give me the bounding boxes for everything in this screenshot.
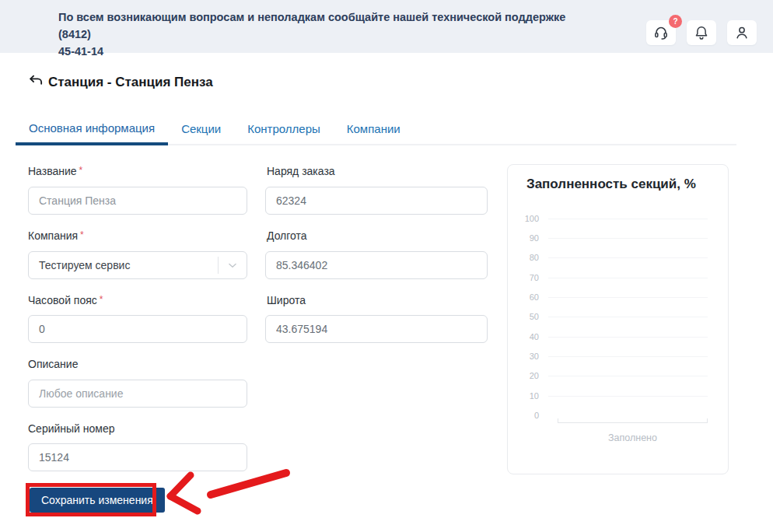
sections-fill-chart-card: Заполненность секций, % 100 90 80 70 60 … (507, 164, 729, 474)
y-tick-label: 50 (517, 312, 548, 321)
person-icon (733, 24, 750, 41)
y-tick-label: 60 (517, 292, 548, 302)
description-input[interactable] (28, 380, 247, 408)
company-select[interactable]: Тестируем сервис (28, 251, 247, 279)
gridline (548, 317, 708, 317)
gridline (548, 238, 708, 239)
page-title: Станция - Станция Пенза (48, 75, 213, 90)
profile-button[interactable] (727, 20, 757, 45)
annotation-arrow (159, 463, 354, 525)
gridline (548, 219, 708, 219)
description-label: Описание (28, 358, 78, 370)
company-label: Компания* (28, 229, 84, 242)
gridline (548, 396, 708, 397)
latitude-input[interactable] (265, 315, 488, 343)
required-marker: * (80, 229, 84, 240)
chart-title: Заполненность секций, % (526, 177, 696, 192)
required-marker: * (79, 165, 83, 176)
tab-companies[interactable]: Компании (334, 115, 414, 145)
save-changes-button[interactable]: Сохранить изменения (30, 488, 165, 513)
y-tick-label: 80 (517, 253, 548, 262)
bell-icon (693, 24, 710, 41)
tab-sections[interactable]: Секции (168, 115, 234, 145)
gridline (548, 337, 708, 338)
order-input[interactable] (265, 187, 488, 215)
gridline (548, 257, 708, 258)
y-tick-label: 30 (517, 352, 548, 361)
chart-plot: 100 90 80 70 60 50 40 30 20 10 0 Заполне… (517, 212, 708, 446)
gridline (548, 376, 708, 376)
y-tick-row: 10 (517, 390, 708, 402)
gridline (548, 278, 708, 278)
serial-input[interactable] (28, 443, 247, 471)
page-title-row: Станция - Станция Пенза (26, 72, 213, 93)
chevron-down-icon (219, 260, 247, 271)
name-input[interactable] (28, 187, 247, 215)
serial-label: Серийный номер (28, 422, 115, 435)
y-tick-label: 70 (517, 273, 548, 282)
y-tick-label: 10 (517, 391, 548, 401)
tab-controllers[interactable]: Контроллеры (234, 115, 334, 145)
x-axis-line (558, 418, 708, 423)
support-banner: По всем возникающим вопросам и неполадка… (0, 0, 773, 53)
y-tick-row: 80 (517, 251, 708, 264)
gridline (548, 297, 708, 298)
latitude-label: Широта (267, 294, 306, 306)
y-tick-row: 30 (517, 350, 708, 362)
gridline (548, 356, 708, 357)
y-tick-row: 40 (517, 331, 708, 343)
timezone-label: Часовой пояс* (28, 294, 103, 306)
station-edit-page: По всем возникающим вопросам и неполадка… (0, 0, 773, 532)
support-text-line1: По всем возникающим вопросам и неполадка… (58, 9, 595, 43)
y-tick-label: 40 (517, 332, 548, 341)
y-tick-label: 90 (517, 233, 548, 243)
y-tick-label: 20 (517, 371, 548, 380)
support-text: По всем возникающим вопросам и неполадка… (58, 9, 595, 60)
y-tick-label: 100 (517, 214, 548, 223)
company-select-value: Тестируем сервис (39, 259, 218, 271)
support-badge: ? (669, 15, 682, 28)
y-tick-row: 50 (517, 310, 708, 323)
y-tick-row: 60 (517, 291, 708, 303)
order-label: Наряд заказа (267, 165, 335, 177)
name-label: Название* (28, 165, 82, 177)
y-tick-row: 90 (517, 232, 708, 244)
longitude-label: Долгота (267, 229, 307, 242)
gridline (548, 415, 708, 416)
support-button[interactable]: ? (646, 20, 676, 45)
y-tick-row: 70 (517, 271, 708, 284)
headset-icon (652, 24, 670, 41)
header-actions: ? (646, 20, 757, 45)
y-tick-label: 0 (517, 411, 548, 420)
y-tick-row: 20 (517, 369, 708, 382)
support-text-line2: 45-41-14 (58, 43, 595, 60)
longitude-input[interactable] (265, 251, 488, 279)
notifications-button[interactable] (687, 20, 716, 45)
y-tick-row: 100 (517, 212, 708, 225)
required-marker: * (100, 294, 103, 305)
x-category-label: Заполнено (558, 432, 708, 443)
tab-main-info[interactable]: Основная информация (16, 115, 168, 145)
back-button[interactable] (26, 72, 44, 93)
tab-bar: Основная информация Секции Контроллеры К… (16, 115, 736, 145)
back-arrow-icon (26, 72, 44, 93)
timezone-input[interactable] (28, 315, 247, 343)
